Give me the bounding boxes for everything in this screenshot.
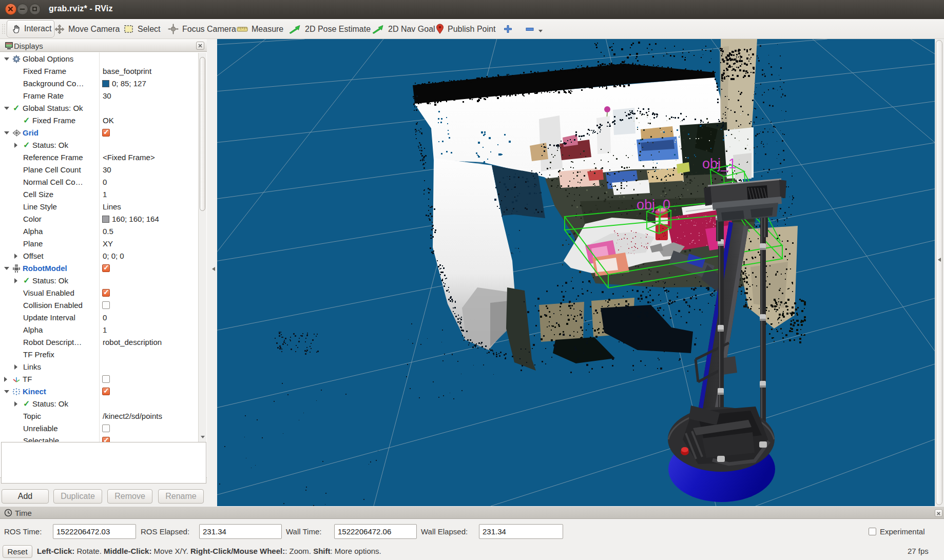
svg-text:obj_0: obj_0 [637, 197, 670, 213]
svg-text:obj_1: obj_1 [702, 156, 736, 171]
